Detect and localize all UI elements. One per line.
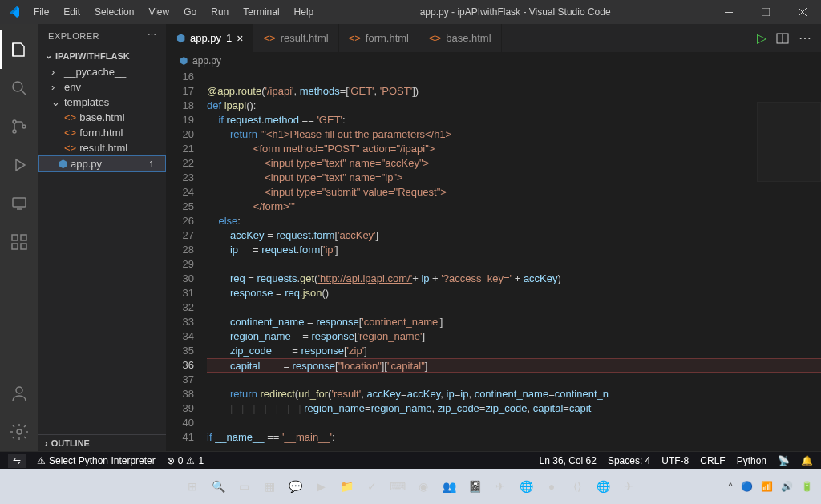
tree-item-result-html[interactable]: <>result.html (38, 140, 166, 155)
taskbar-app-16[interactable]: 🌐 (592, 475, 614, 498)
activity-account[interactable] (0, 374, 38, 413)
activity-debug[interactable] (0, 146, 38, 184)
tree-item-base-html[interactable]: <>base.html (38, 110, 166, 125)
taskbar-app-14[interactable]: ● (540, 475, 563, 498)
code-line-31[interactable]: response = req.json() (207, 286, 821, 300)
cursor-position[interactable]: Ln 36, Col 62 (540, 455, 597, 466)
code-line-32[interactable] (207, 300, 821, 315)
code-line-22[interactable]: <input type="text" name="accKey"> (207, 156, 821, 171)
notifications-icon[interactable]: 🔔 (801, 455, 813, 466)
minimize-button[interactable] (710, 0, 747, 24)
tray-icon-4[interactable]: 🔋 (801, 481, 813, 492)
code-line-40[interactable] (207, 416, 821, 430)
tab-result-html[interactable]: <>result.html (253, 24, 338, 52)
code-line-17[interactable]: @app.route('/ipapi', methods=['GET', 'PO… (207, 84, 821, 99)
menu-terminal[interactable]: Terminal (237, 3, 285, 21)
system-tray[interactable]: ^🔵📶🔊🔋 (728, 481, 813, 492)
code-line-24[interactable]: <input type="submit" value="Request"> (207, 185, 821, 200)
code-line-29[interactable] (207, 257, 821, 272)
activity-remote[interactable] (0, 184, 38, 223)
code-line-18[interactable]: def ipapi(): (207, 99, 821, 113)
tree-item-__pycache__[interactable]: ›__pycache__ (38, 64, 166, 79)
activity-search[interactable] (0, 69, 38, 107)
code-line-37[interactable] (207, 373, 821, 387)
taskbar-app-17[interactable]: ✈ (617, 475, 640, 498)
more-icon[interactable]: ⋯ (148, 30, 157, 41)
menu-edit[interactable]: Edit (57, 3, 87, 21)
more-actions-icon[interactable]: ⋯ (799, 30, 811, 46)
tray-icon-1[interactable]: 🔵 (741, 481, 753, 492)
code-line-19[interactable]: if request.method == 'GET': (207, 113, 821, 127)
tree-item-form-html[interactable]: <>form.html (38, 125, 166, 140)
code-line-21[interactable]: <form method="POST" action="/ipapi"> (207, 142, 821, 156)
code-line-20[interactable]: return '''<h1>Please fill out the parame… (207, 127, 821, 142)
code-line-35[interactable]: zip_code = response['zip'] (207, 344, 821, 358)
activity-explorer[interactable] (0, 30, 38, 69)
tray-icon-0[interactable]: ^ (728, 481, 733, 492)
menu-run[interactable]: Run (204, 3, 235, 21)
taskbar-app-6[interactable]: 📁 (335, 475, 358, 498)
menu-selection[interactable]: Selection (88, 3, 140, 21)
taskbar-app-11[interactable]: 📓 (463, 475, 486, 498)
taskbar-app-1[interactable]: 🔍 (207, 475, 229, 498)
tray-icon-3[interactable]: 🔊 (781, 481, 793, 492)
activity-extensions[interactable] (0, 223, 38, 261)
tab-app-py[interactable]: ⬢app.py1× (167, 24, 253, 52)
activity-scm[interactable] (0, 107, 38, 146)
taskbar-app-2[interactable]: ▭ (233, 475, 255, 498)
code-line-39[interactable]: | | | | | | | region_name=region_name, z… (207, 401, 821, 416)
problems-errors[interactable]: ⊗ 0 ⚠ 1 (167, 455, 204, 466)
tree-item-app-py[interactable]: ⬢app.py1 (38, 155, 166, 172)
tab-base-html[interactable]: <>base.html (419, 24, 502, 52)
code-editor[interactable]: 1617181920212223242526272829303132333435… (167, 70, 821, 451)
code-line-41[interactable]: if __name__ == '__main__': (207, 430, 821, 445)
taskbar-app-9[interactable]: ◉ (412, 475, 435, 498)
menu-file[interactable]: File (27, 3, 55, 21)
code-line-26[interactable]: else: (207, 214, 821, 228)
taskbar-app-10[interactable]: 👥 (438, 475, 460, 498)
taskbar-app-3[interactable]: ▦ (258, 475, 281, 498)
code-line-34[interactable]: region_name = response['region_name'] (207, 329, 821, 344)
tab-form-html[interactable]: <>form.html (339, 24, 419, 52)
menu-help[interactable]: Help (288, 3, 321, 21)
eol[interactable]: CRLF (700, 455, 725, 466)
close-icon[interactable]: × (237, 32, 243, 45)
taskbar-app-7[interactable]: ✓ (361, 475, 383, 498)
code-line-16[interactable] (207, 70, 821, 84)
feedback-icon[interactable]: 📡 (778, 455, 790, 466)
taskbar-app-5[interactable]: ▶ (309, 475, 332, 498)
activity-settings[interactable] (0, 413, 38, 451)
menu-view[interactable]: View (142, 3, 176, 21)
code-line-33[interactable]: continent_name = response['continent_nam… (207, 315, 821, 329)
code-content[interactable]: @app.route('/ipapi', methods=['GET', 'PO… (207, 70, 821, 451)
tree-item-templates[interactable]: ⌄templates (38, 95, 166, 110)
encoding[interactable]: UTF-8 (661, 455, 689, 466)
language-mode[interactable]: Python (737, 455, 766, 466)
code-line-25[interactable]: </form>''' (207, 200, 821, 214)
maximize-button[interactable] (747, 0, 784, 24)
split-editor-icon[interactable] (776, 32, 789, 45)
taskbar-app-12[interactable]: ✈ (489, 475, 512, 498)
breadcrumb[interactable]: ⬢ app.py (167, 52, 821, 70)
code-line-28[interactable]: ip = request.form['ip'] (207, 243, 821, 257)
tray-icon-2[interactable]: 📶 (761, 481, 773, 492)
indentation[interactable]: Spaces: 4 (608, 455, 650, 466)
code-line-38[interactable]: return redirect(url_for('result', accKey… (207, 387, 821, 401)
menu-go[interactable]: Go (177, 3, 203, 21)
code-line-27[interactable]: accKey = request.form['accKey'] (207, 228, 821, 243)
minimap[interactable] (757, 102, 821, 182)
close-button[interactable] (784, 0, 821, 24)
code-line-30[interactable]: req = requests.get('http://api.ipapi.com… (207, 272, 821, 286)
project-header[interactable]: ⌄ IPAPIWITHFLASK (38, 47, 166, 64)
taskbar-app-8[interactable]: ⌨ (386, 475, 409, 498)
tree-item-env[interactable]: ›env (38, 79, 166, 95)
remote-indicator[interactable]: ⇋ (8, 454, 26, 468)
interpreter-warning[interactable]: ⚠ Select Python Interpreter (37, 455, 156, 466)
taskbar-app-0[interactable]: ⊞ (181, 475, 204, 498)
code-line-36[interactable]: capital = response["location"]["capital"… (207, 358, 821, 373)
code-line-23[interactable]: <input type="text" name="ip"> (207, 171, 821, 185)
taskbar-app-13[interactable]: 🌐 (515, 475, 537, 498)
taskbar-app-4[interactable]: 💬 (284, 475, 306, 498)
taskbar-app-15[interactable]: ⟨⟩ (566, 475, 588, 498)
outline-section[interactable]: › OUTLINE (38, 435, 166, 451)
